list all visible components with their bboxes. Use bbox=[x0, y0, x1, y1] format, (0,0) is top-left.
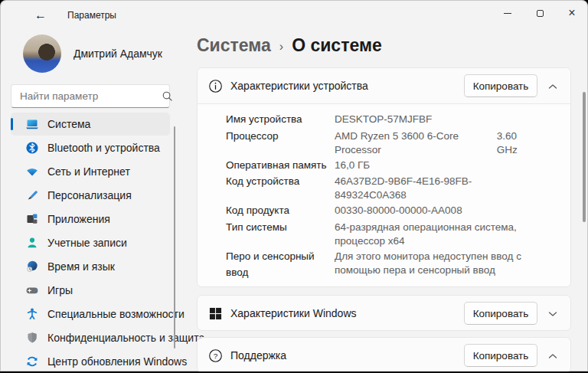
maximize-icon bbox=[537, 10, 544, 17]
network-icon bbox=[25, 165, 39, 178]
sidebar-item-windows-update[interactable]: Центр обновления Windows bbox=[11, 350, 170, 371]
minimize-icon bbox=[504, 13, 511, 14]
sidebar-item-label: Сеть и Интернет bbox=[47, 165, 130, 178]
apps-icon bbox=[25, 212, 39, 226]
support-card: ? Поддержка Копировать bbox=[197, 337, 571, 371]
bluetooth-icon bbox=[25, 141, 39, 155]
breadcrumb-separator-icon: › bbox=[279, 40, 283, 54]
spec-label: Код устройства bbox=[226, 173, 335, 190]
sidebar-item-label: Учетные записи bbox=[47, 237, 127, 249]
spec-row: Тип системы64-разрядная операционная сис… bbox=[198, 219, 570, 248]
sidebar-item-label: Игры bbox=[47, 284, 73, 296]
breadcrumb: Система › О системе bbox=[197, 35, 382, 56]
sidebar-item-accessibility[interactable]: Специальные возможности bbox=[11, 303, 170, 326]
windows-specs-card: Характеристики Windows Копировать bbox=[197, 295, 571, 331]
windows-copy-button[interactable]: Копировать bbox=[464, 302, 537, 325]
windows-update-icon bbox=[25, 355, 39, 368]
accounts-icon bbox=[25, 236, 39, 250]
window-title: Параметры bbox=[67, 10, 116, 21]
support-header[interactable]: ? Поддержка Копировать bbox=[198, 338, 570, 371]
spec-label: Имя устройства bbox=[226, 111, 335, 128]
spec-extra-value: 3.60 GHz bbox=[497, 129, 537, 157]
settings-window: ← Параметры × Дмитрий Адамчук СистемаBlu… bbox=[0, 0, 588, 371]
sidebar-item-network[interactable]: Сеть и Интернет bbox=[11, 160, 170, 183]
sidebar-item-label: Специальные возможности bbox=[47, 308, 185, 320]
sidebar-item-label: Персонализация bbox=[47, 189, 132, 201]
device-spec-list: Имя устройстваDESKTOP-57MJFBFПроцессорAM… bbox=[198, 104, 570, 287]
spec-value: 00330-80000-00000-AA008 bbox=[335, 202, 537, 218]
sidebar-item-personalization[interactable]: Персонализация bbox=[11, 184, 170, 207]
sidebar-item-privacy[interactable]: Конфиденциальность и защита bbox=[11, 326, 170, 349]
sidebar-item-gaming[interactable]: Игры bbox=[11, 279, 170, 302]
chevron-up-icon bbox=[548, 350, 557, 362]
spec-value: Для этого монитора недоступен ввод с пом… bbox=[335, 248, 537, 277]
titlebar: ← Параметры × bbox=[0, 0, 588, 31]
spec-label: Код продукта bbox=[226, 202, 335, 219]
support-copy-button[interactable]: Копировать bbox=[464, 344, 537, 367]
spec-row: Код устройства46A37B2D-9B6F-4E16-98FB-84… bbox=[198, 173, 570, 202]
spec-label: Оперативная память bbox=[226, 157, 335, 174]
device-specs-header[interactable]: Характеристики устройства Копировать bbox=[198, 68, 570, 103]
close-icon: × bbox=[568, 7, 575, 19]
main-content: Система › О системе Характеристики устро… bbox=[195, 31, 588, 371]
main-scrollbar[interactable] bbox=[583, 92, 586, 222]
sidebar: Дмитрий Адамчук СистемаBluetooth и устро… bbox=[0, 31, 184, 371]
sidebar-item-bluetooth[interactable]: Bluetooth и устройства bbox=[11, 136, 170, 159]
sidebar-item-label: Время и язык bbox=[47, 260, 115, 273]
device-specs-title: Характеристики устройства bbox=[230, 80, 464, 92]
user-profile[interactable]: Дмитрий Адамчук bbox=[23, 34, 162, 73]
window-controls: × bbox=[492, 0, 588, 31]
sidebar-nav: СистемаBluetooth и устройстваСеть и Инте… bbox=[11, 113, 170, 371]
support-title: Поддержка bbox=[230, 349, 464, 362]
spec-value: 16,0 ГБ bbox=[335, 157, 537, 172]
spec-row: ПроцессорAMD Ryzen 5 3600 6-Core Process… bbox=[198, 128, 570, 157]
sidebar-item-label: Система bbox=[47, 118, 90, 130]
spec-row: Перо и сенсорный вводДля этого монитора … bbox=[198, 248, 570, 281]
user-name: Дмитрий Адамчук bbox=[74, 47, 162, 60]
svg-text:?: ? bbox=[213, 352, 217, 360]
spec-value: 64-разрядная операционная система, проце… bbox=[335, 219, 537, 248]
device-specs-card: Характеристики устройства Копировать Имя… bbox=[197, 67, 571, 287]
help-icon: ? bbox=[207, 348, 223, 363]
support-collapse-button[interactable] bbox=[541, 344, 564, 367]
device-copy-button[interactable]: Копировать bbox=[464, 74, 537, 97]
info-icon bbox=[207, 78, 223, 93]
sidebar-item-label: Bluetooth и устройства bbox=[47, 142, 160, 154]
time-language-icon bbox=[25, 260, 39, 273]
windows-expand-button[interactable] bbox=[541, 302, 564, 325]
system-icon bbox=[25, 117, 39, 131]
maximize-button[interactable] bbox=[524, 0, 556, 26]
sidebar-item-system[interactable]: Система bbox=[11, 113, 170, 136]
sidebar-item-label: Приложения bbox=[47, 213, 110, 225]
spec-value: 46A37B2D-9B6F-4E16-98FB-849324C0A368 bbox=[335, 173, 537, 202]
spec-row: Оперативная память16,0 ГБ bbox=[198, 157, 570, 174]
sidebar-item-apps[interactable]: Приложения bbox=[11, 208, 170, 231]
search-input[interactable] bbox=[11, 90, 162, 102]
chevron-down-icon bbox=[548, 308, 557, 319]
windows-logo-icon bbox=[207, 306, 223, 321]
sidebar-item-accounts[interactable]: Учетные записи bbox=[11, 231, 170, 254]
privacy-icon bbox=[25, 331, 39, 345]
sidebar-item-time-language[interactable]: Время и язык bbox=[11, 255, 170, 278]
spec-value: DESKTOP-57MJFBF bbox=[335, 111, 537, 126]
spec-label: Процессор bbox=[226, 128, 335, 145]
back-icon: ← bbox=[34, 8, 47, 22]
user-avatar bbox=[23, 34, 61, 73]
minimize-button[interactable] bbox=[492, 0, 524, 26]
device-collapse-button[interactable] bbox=[541, 74, 564, 97]
accessibility-icon bbox=[25, 307, 39, 321]
gaming-icon bbox=[25, 283, 39, 297]
spec-label: Перо и сенсорный ввод bbox=[226, 248, 335, 281]
spec-row: Код продукта00330-80000-00000-AA008 bbox=[198, 202, 570, 219]
chevron-up-icon bbox=[548, 80, 557, 92]
spec-row: Имя устройстваDESKTOP-57MJFBF bbox=[198, 111, 570, 128]
sidebar-scrollbar[interactable] bbox=[174, 126, 175, 348]
close-button[interactable]: × bbox=[556, 0, 588, 26]
sidebar-item-label: Центр обновления Windows bbox=[47, 355, 187, 368]
breadcrumb-parent[interactable]: Система bbox=[197, 35, 271, 56]
windows-specs-header[interactable]: Характеристики Windows Копировать bbox=[198, 296, 570, 331]
personalization-icon bbox=[25, 188, 39, 202]
sidebar-item-label: Конфиденциальность и защита bbox=[47, 332, 204, 344]
back-button[interactable]: ← bbox=[31, 5, 51, 25]
windows-specs-title: Характеристики Windows bbox=[230, 307, 464, 319]
